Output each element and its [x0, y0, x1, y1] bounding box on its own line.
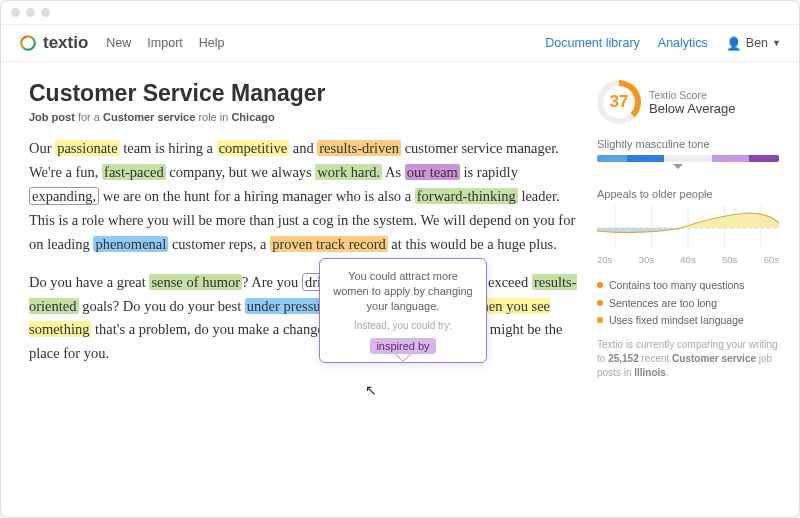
highlight-results-driven[interactable]: results-driven	[317, 140, 401, 156]
age-chart[interactable]	[597, 205, 779, 250]
content-body: Customer Service Manager Job post for a …	[1, 62, 799, 517]
score-status: Below Average	[649, 101, 736, 116]
svg-point-0	[21, 36, 35, 50]
tone-meter[interactable]	[597, 155, 779, 162]
user-icon: 👤	[726, 36, 742, 51]
highlight-phenomenal[interactable]: phenomenal	[93, 236, 168, 252]
highlight-work-hard[interactable]: work hard.	[315, 164, 382, 180]
topbar: textio New Import Help Document library …	[1, 25, 799, 62]
editor-pane[interactable]: Customer Service Manager Job post for a …	[29, 80, 577, 507]
user-menu[interactable]: 👤 Ben ▼	[726, 36, 781, 51]
window-titlebar	[1, 1, 799, 25]
bullet-icon	[597, 317, 603, 323]
comparison-note: Textio is currently comparing your writi…	[597, 338, 779, 380]
age-axis: 20s30s40s50s60s	[597, 254, 779, 265]
highlight-our-team[interactable]: our team	[405, 164, 460, 180]
highlight-passionate[interactable]: passionate	[55, 140, 119, 156]
tooltip-subtext: Instead, you could try:	[330, 320, 476, 331]
score-label: Textio Score	[649, 89, 736, 101]
tone-label: Slightly masculine tone	[597, 138, 779, 150]
cursor-icon: ↖	[365, 382, 377, 398]
score-number: 37	[610, 92, 629, 112]
main-nav: New Import Help	[106, 36, 224, 50]
logo-icon	[19, 34, 37, 52]
logo-text: textio	[43, 33, 88, 53]
highlight-expanding[interactable]: expanding,	[29, 187, 99, 205]
paragraph-2[interactable]: Do you have a great sense of humor? Are …	[29, 271, 577, 367]
highlight-forward-thinking[interactable]: forward-thinking	[415, 188, 518, 204]
window-dot	[11, 8, 20, 17]
user-name: Ben	[746, 36, 768, 50]
window-dot	[26, 8, 35, 17]
right-nav: Document library Analytics 👤 Ben ▼	[545, 36, 781, 51]
document-subtitle: Job post for a Customer service role in …	[29, 111, 577, 123]
app-window: textio New Import Help Document library …	[0, 0, 800, 518]
paragraph-1[interactable]: Our passionate team is hiring a competit…	[29, 137, 577, 257]
nav-help[interactable]: Help	[199, 36, 225, 50]
nav-document-library[interactable]: Document library	[545, 36, 639, 50]
bullet-icon	[597, 282, 603, 288]
highlight-proven-track[interactable]: proven track record	[270, 236, 388, 252]
highlight-fast-paced[interactable]: fast-paced	[102, 164, 166, 180]
issue-item[interactable]: Sentences are too long	[597, 297, 779, 311]
tooltip-message: You could attract more women to apply by…	[330, 269, 476, 314]
logo[interactable]: textio	[19, 33, 88, 53]
nav-analytics[interactable]: Analytics	[658, 36, 708, 50]
bullet-icon	[597, 300, 603, 306]
chevron-down-icon: ▼	[772, 38, 781, 48]
sidebar: 37 Textio Score Below Average Slightly m…	[597, 80, 779, 507]
highlight-competitive[interactable]: competitive	[217, 140, 289, 156]
issue-item[interactable]: Contains too many questions	[597, 279, 779, 293]
suggestion-tooltip: You could attract more women to apply by…	[319, 258, 487, 363]
tone-marker	[597, 164, 779, 174]
issue-list: Contains too many questions Sentences ar…	[597, 279, 779, 328]
highlight-sense-of-humor[interactable]: sense of humor	[149, 274, 242, 290]
tooltip-suggestion[interactable]: inspired by	[370, 338, 435, 354]
nav-new[interactable]: New	[106, 36, 131, 50]
score-circle: 37	[597, 80, 641, 124]
window-dot	[41, 8, 50, 17]
nav-import[interactable]: Import	[147, 36, 182, 50]
score-widget[interactable]: 37 Textio Score Below Average	[597, 80, 779, 124]
age-label: Appeals to older people	[597, 188, 779, 200]
issue-item[interactable]: Uses fixed mindset language	[597, 314, 779, 328]
document-title[interactable]: Customer Service Manager	[29, 80, 577, 107]
